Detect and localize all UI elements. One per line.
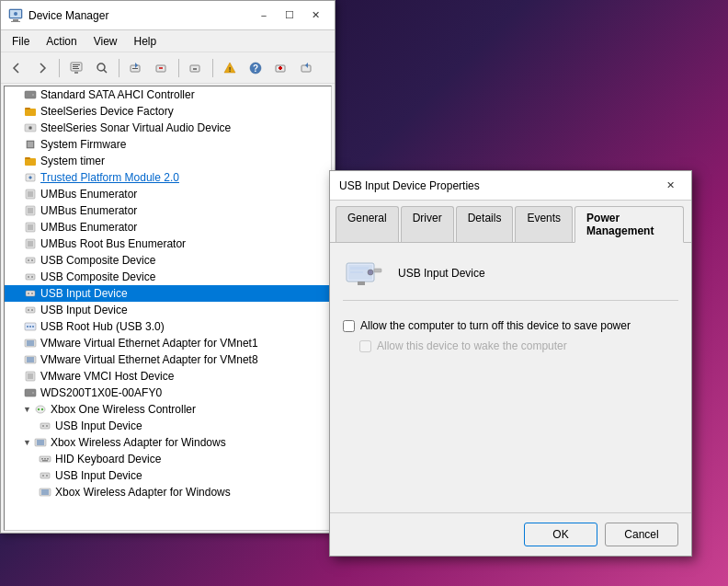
chip-icon [23, 203, 38, 218]
svg-rect-86 [47, 458, 49, 460]
svg-rect-98 [350, 267, 369, 270]
tree-label: System timer [40, 155, 105, 167]
tree-item-umbus2[interactable]: UMBus Enumerator [5, 202, 331, 219]
tree-item-hid-keyboard[interactable]: HID Keyboard Device [5, 451, 331, 467]
tree-label: Standard SATA AHCI Controller [40, 88, 195, 101]
drive-icon [23, 385, 38, 400]
tab-events[interactable]: Events [515, 206, 573, 242]
help-button[interactable]: ? [244, 56, 267, 80]
svg-rect-51 [26, 291, 35, 296]
tree-label: HID Keyboard Device [55, 453, 161, 465]
tree-item-vmci[interactable]: VMware VMCI Host Device [5, 368, 331, 385]
tree-label: USB Root Hub (USB 3.0) [40, 320, 165, 333]
tree-item-xbox-wireless-sub[interactable]: Xbox Wireless Adapter for Windows [5, 484, 331, 500]
svg-line-11 [104, 70, 107, 73]
usb-icon [23, 253, 38, 268]
tree-item-system-timer[interactable]: System timer [5, 153, 331, 169]
chip-icon [23, 187, 38, 201]
maximize-button[interactable]: ☐ [278, 6, 301, 25]
tree-label: USB Input Device [55, 419, 142, 432]
tree-item-usb-composite1[interactable]: USB Composite Device [5, 252, 331, 269]
dialog-titlebar: USB Input Device Properties ✕ [330, 171, 691, 201]
device-manager-window: Device Manager − ☐ ✕ File Action View He… [0, 0, 336, 534]
tree-item-adapter-usb-input[interactable]: USB Input Device [5, 467, 331, 484]
tree-item-xbox-usb-input[interactable]: USB Input Device [5, 418, 331, 434]
menu-view[interactable]: View [86, 33, 125, 50]
tree-item-xbox-controller[interactable]: ▼ Xbox One Wireless Controller [5, 401, 331, 418]
chip-icon [23, 137, 38, 152]
tree-item-wds[interactable]: WDS200T1X0E-00AFY0 [5, 385, 331, 401]
rollback-button[interactable] [295, 56, 319, 80]
svg-point-74 [38, 408, 40, 410]
uninstall-button[interactable] [150, 56, 174, 80]
tab-details[interactable]: Details [456, 206, 514, 242]
device-tree[interactable]: Standard SATA AHCI Controller SteelSerie… [4, 86, 332, 531]
dialog-footer: OK Cancel [330, 512, 691, 556]
tree-item-usb-root-hub[interactable]: USB Root Hub (USB 3.0) [5, 318, 331, 335]
dialog-close-button[interactable]: ✕ [658, 177, 682, 195]
tree-item-tpm[interactable]: Trusted Platform Module 2.0 [5, 169, 331, 186]
forward-button[interactable] [30, 56, 54, 80]
tree-item-usb-input2[interactable]: USB Input Device [5, 302, 331, 318]
tree-label: USB Composite Device [40, 254, 155, 267]
tree-item-umbus-root[interactable]: UMBus Root Bus Enumerator [5, 236, 331, 252]
tree-label: USB Input Device [40, 304, 128, 316]
tree-item-steelseries-factory[interactable]: SteelSeries Device Factory [5, 103, 331, 120]
tree-item-usb-composite2[interactable]: USB Composite Device [5, 269, 331, 285]
tree-item-sata[interactable]: Standard SATA AHCI Controller [5, 86, 331, 103]
svg-rect-101 [358, 282, 365, 285]
minimize-button[interactable]: − [252, 6, 276, 25]
svg-point-75 [41, 408, 43, 410]
toolbar: ! ? [1, 52, 335, 84]
power-option-1-label[interactable]: Allow the computer to turn off this devi… [360, 319, 631, 332]
close-button[interactable]: ✕ [303, 6, 327, 25]
tab-power-management[interactable]: Power Management [574, 206, 684, 243]
disable-button[interactable] [184, 56, 208, 80]
tree-label: UMBus Enumerator [40, 188, 137, 201]
svg-rect-88 [40, 473, 50, 478]
svg-point-73 [36, 406, 45, 413]
network-icon [23, 336, 38, 350]
svg-rect-87 [42, 460, 48, 462]
usb-icon [23, 303, 38, 317]
tree-item-umbus1[interactable]: UMBus Enumerator [5, 186, 331, 202]
tab-general[interactable]: General [336, 206, 399, 242]
usb-hub-icon [23, 319, 38, 334]
warning-button[interactable]: ! [218, 56, 242, 80]
svg-rect-1 [13, 19, 18, 21]
power-section: Allow the computer to turn off this devi… [343, 319, 678, 352]
menu-help[interactable]: Help [127, 33, 165, 50]
security-icon [23, 170, 38, 185]
tree-item-firmware[interactable]: System Firmware [5, 136, 331, 153]
ok-button[interactable]: OK [524, 523, 597, 546]
chip-icon [23, 369, 38, 384]
window-title: Device Manager [28, 9, 108, 22]
svg-rect-6 [73, 64, 80, 65]
back-button[interactable] [5, 56, 28, 80]
x-button[interactable] [269, 56, 293, 80]
toolbar-sep-2 [119, 59, 119, 77]
properties-button[interactable] [64, 56, 88, 80]
power-option-1-checkbox[interactable] [343, 320, 355, 332]
scan-button[interactable] [90, 56, 114, 80]
menu-action[interactable]: Action [39, 33, 84, 50]
cancel-button[interactable]: Cancel [605, 523, 678, 546]
tree-label: SteelSeries Device Factory [40, 105, 174, 118]
properties-dialog: USB Input Device Properties ✕ General Dr… [329, 170, 692, 557]
menu-file[interactable]: File [5, 33, 37, 50]
tree-item-vmnet1[interactable]: VMware Virtual Ethernet Adapter for VMne… [5, 335, 331, 351]
folder-icon [23, 104, 38, 119]
tree-item-umbus3[interactable]: UMBus Enumerator [5, 219, 331, 236]
tree-item-vmnet8[interactable]: VMware Virtual Ethernet Adapter for VMne… [5, 351, 331, 368]
dialog-tabs: General Driver Details Events Power Mana… [330, 201, 691, 243]
menubar: File Action View Help [1, 30, 335, 52]
chip-icon [23, 236, 38, 251]
power-option-2-checkbox[interactable] [359, 340, 371, 352]
tree-label: UMBus Enumerator [40, 221, 137, 234]
tree-item-xbox-adapter[interactable]: ▼ Xbox Wireless Adapter for Windows [5, 434, 331, 451]
tree-item-steelseries-audio[interactable]: SteelSeries Sonar Virtual Audio Device [5, 120, 331, 136]
svg-point-56 [31, 309, 33, 311]
tree-item-usb-input1[interactable]: USB Input Device [5, 285, 331, 302]
tab-driver[interactable]: Driver [401, 206, 454, 242]
update-button[interactable] [124, 56, 148, 80]
